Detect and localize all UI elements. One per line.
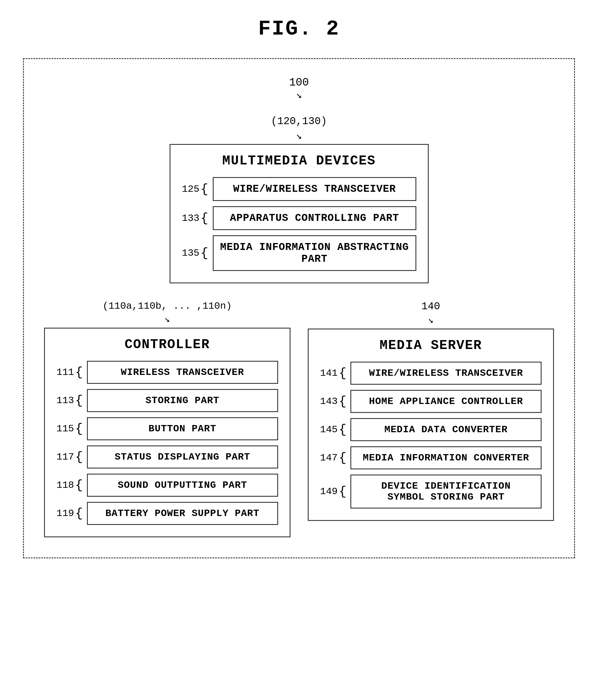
ms-box-3: MEDIA DATA CONVERTER [350,418,542,441]
multimedia-sub-boxes: 125 { WIRE/WIRELESS TRANSCEIVER 133 { AP… [182,177,416,271]
ctrl-box-6: BATTERY POWER SUPPLY PART [87,502,278,525]
fig-title: FIG. 2 [258,17,340,41]
media-server-item-3: 145 { MEDIA DATA CONVERTER [320,418,542,441]
controller-item-2: 113 { STORING PART [56,389,278,412]
controller-items: 111 { WIRELESS TRANSCEIVER 113 { STORING… [56,361,278,525]
multimedia-box: MULTIMEDIA DEVICES 125 { WIRE/WIRELESS T… [170,144,429,283]
ms-box-2: HOME APPLIANCE CONTROLLER [350,390,542,413]
controller-ref-arrow: ↘ [44,313,291,325]
multimedia-ref-arrow: ↘ [296,130,302,142]
media-server-column: 140 ↘ MEDIA SERVER 141 { WIRE/WIRELESS T… [308,301,554,521]
multimedia-item-2: 133 { APPARATUS CONTROLLING PART [182,206,416,230]
multimedia-ref-3: 135 { [182,247,208,259]
ms-ref-4: 147 { [320,451,347,464]
controller-ref-text: (110a,110b, ... ,110n) [102,301,232,311]
media-server-box: MEDIA SERVER 141 { WIRE/WIRELESS TRANSCE… [308,329,554,521]
lower-section: (110a,110b, ... ,110n) ↘ CONTROLLER 111 … [44,301,554,537]
media-server-item-4: 147 { MEDIA INFORMATION CONVERTER [320,446,542,469]
ms-ref-2: 143 { [320,395,347,408]
controller-item-1: 111 { WIRELESS TRANSCEIVER [56,361,278,384]
ms-box-4: MEDIA INFORMATION CONVERTER [350,446,542,469]
media-server-items: 141 { WIRE/WIRELESS TRANSCEIVER 143 { HO… [320,362,542,508]
media-server-title: MEDIA SERVER [320,338,542,353]
multimedia-item-1: 125 { WIRE/WIRELESS TRANSCEIVER [182,177,416,201]
controller-ref-label: (110a,110b, ... ,110n) [44,301,291,311]
multimedia-ref-2: 133 { [182,212,208,225]
ctrl-ref-4: 117 { [56,451,83,463]
multimedia-box-2: APPARATUS CONTROLLING PART [213,206,416,230]
multimedia-item-3: 135 { MEDIA INFORMATION ABSTRACTING PART [182,235,416,271]
ref-100-arrow: ↘ [296,90,302,101]
ctrl-box-3: BUTTON PART [87,417,278,440]
ms-box-1: WIRE/WIRELESS TRANSCEIVER [350,362,542,385]
ms-box-5: DEVICE IDENTIFICATION SYMBOL STORING PAR… [350,475,542,508]
ctrl-ref-3: 115 { [56,422,83,435]
multimedia-title: MULTIMEDIA DEVICES [182,153,416,169]
ctrl-ref-5: 118 { [56,479,83,492]
ctrl-box-4: STATUS DISPLAYING PART [87,446,278,469]
media-server-item-1: 141 { WIRE/WIRELESS TRANSCEIVER [320,362,542,385]
outer-container: 100 ↘ (120,130) ↘ MULTIMEDIA DEVICES 125… [23,58,575,558]
multimedia-box-3: MEDIA INFORMATION ABSTRACTING PART [213,235,416,271]
ctrl-ref-2: 113 { [56,394,83,407]
media-server-item-2: 143 { HOME APPLIANCE CONTROLLER [320,390,542,413]
ms-ref-3: 145 { [320,423,347,436]
controller-box: CONTROLLER 111 { WIRELESS TRANSCEIVER 11… [44,328,291,537]
ctrl-box-1: WIRELESS TRANSCEIVER [87,361,278,384]
ctrl-box-5: SOUND OUTPUTTING PART [87,474,278,497]
controller-title: CONTROLLER [56,337,278,352]
controller-column: (110a,110b, ... ,110n) ↘ CONTROLLER 111 … [44,301,291,537]
multimedia-ref-1: 125 { [182,183,208,196]
media-server-ref-label: 140 [308,301,554,312]
controller-item-6: 119 { BATTERY POWER SUPPLY PART [56,502,278,525]
ctrl-ref-6: 119 { [56,507,83,520]
ref-100-number: 100 [289,76,309,89]
controller-item-3: 115 { BUTTON PART [56,417,278,440]
ctrl-ref-1: 111 { [56,366,83,379]
media-server-ref-text: 140 [422,301,440,312]
ms-ref-5: 149 { [320,485,347,498]
ms-ref-1: 141 { [320,367,347,379]
multimedia-box-1: WIRE/WIRELESS TRANSCEIVER [213,177,416,201]
controller-item-4: 117 { STATUS DISPLAYING PART [56,446,278,469]
multimedia-ref-text: (120,130) [271,116,327,127]
multimedia-ref-label: (120,130) [271,116,327,127]
ref-100-label: 100 ↘ [44,76,554,101]
multimedia-section: (120,130) ↘ MULTIMEDIA DEVICES 125 { WIR… [44,116,554,283]
controller-item-5: 118 { SOUND OUTPUTTING PART [56,474,278,497]
ctrl-box-2: STORING PART [87,389,278,412]
media-server-item-5: 149 { DEVICE IDENTIFICATION SYMBOL STORI… [320,475,542,508]
media-server-ref-arrow: ↘ [308,314,554,326]
